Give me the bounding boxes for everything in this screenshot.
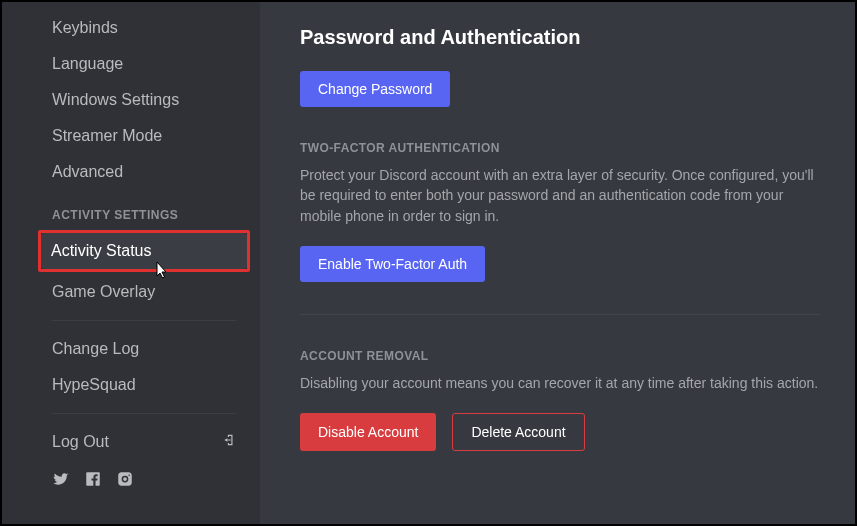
social-links-row <box>42 460 246 496</box>
sidebar-item-game-overlay[interactable]: Game Overlay <box>42 274 246 310</box>
instagram-icon[interactable] <box>116 470 134 492</box>
page-title: Password and Authentication <box>300 26 821 49</box>
sidebar-item-label: Advanced <box>52 162 123 182</box>
change-password-button[interactable]: Change Password <box>300 71 450 107</box>
logout-icon <box>222 432 236 452</box>
sidebar-header-activity: ACTIVITY SETTINGS <box>42 190 246 228</box>
sidebar-item-label: Streamer Mode <box>52 126 162 146</box>
sidebar-item-streamer-mode[interactable]: Streamer Mode <box>42 118 246 154</box>
sidebar-item-windows-settings[interactable]: Windows Settings <box>42 82 246 118</box>
sidebar-item-log-out[interactable]: Log Out <box>42 424 246 460</box>
section-divider <box>300 314 821 315</box>
sidebar-item-advanced[interactable]: Advanced <box>42 154 246 190</box>
enable-two-factor-button[interactable]: Enable Two-Factor Auth <box>300 246 485 282</box>
twitter-icon[interactable] <box>52 470 70 492</box>
highlight-activity-status: Activity Status <box>38 230 250 272</box>
main-content: Password and Authentication Change Passw… <box>260 2 855 524</box>
delete-account-button[interactable]: Delete Account <box>452 413 584 451</box>
sidebar-item-change-log[interactable]: Change Log <box>42 331 246 367</box>
sidebar-item-keybinds[interactable]: Keybinds <box>42 10 246 46</box>
account-removal-description: Disabling your account means you can rec… <box>300 373 821 393</box>
two-factor-header: TWO-FACTOR AUTHENTICATION <box>300 141 821 155</box>
sidebar-divider <box>52 320 236 321</box>
sidebar-divider <box>52 413 236 414</box>
settings-sidebar: Keybinds Language Windows Settings Strea… <box>2 2 260 524</box>
two-factor-description: Protect your Discord account with an ext… <box>300 165 821 226</box>
sidebar-item-label: Log Out <box>52 432 109 452</box>
sidebar-item-language[interactable]: Language <box>42 46 246 82</box>
sidebar-item-activity-status[interactable]: Activity Status <box>41 233 247 269</box>
sidebar-item-label: Game Overlay <box>52 282 155 302</box>
disable-account-button[interactable]: Disable Account <box>300 413 436 451</box>
sidebar-item-label: Activity Status <box>51 241 151 261</box>
sidebar-item-label: Windows Settings <box>52 90 179 110</box>
sidebar-item-label: Change Log <box>52 339 139 359</box>
account-removal-header: ACCOUNT REMOVAL <box>300 349 821 363</box>
sidebar-item-label: HypeSquad <box>52 375 136 395</box>
sidebar-item-label: Keybinds <box>52 18 118 38</box>
sidebar-item-hypesquad[interactable]: HypeSquad <box>42 367 246 403</box>
sidebar-item-label: Language <box>52 54 123 74</box>
facebook-icon[interactable] <box>84 470 102 492</box>
